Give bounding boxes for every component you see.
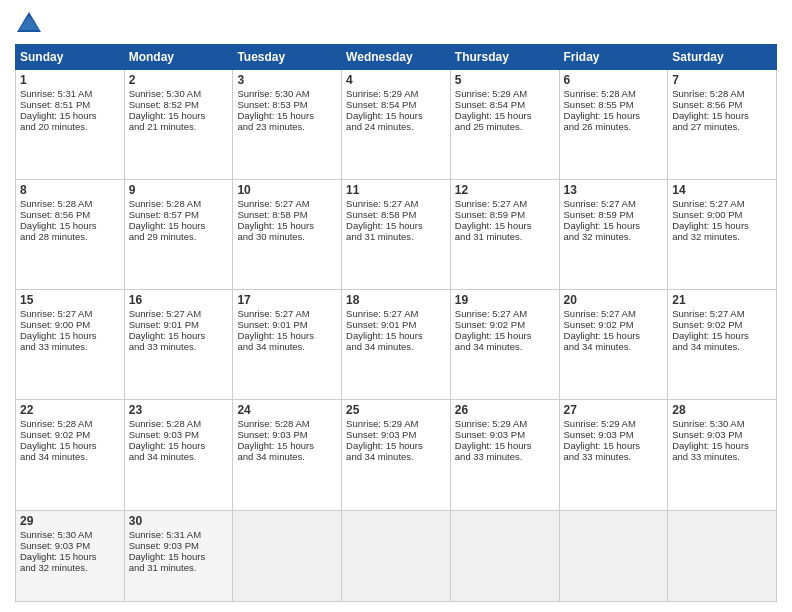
calendar-cell: [233, 510, 342, 601]
day-info-line: Sunset: 8:54 PM: [455, 99, 555, 110]
day-number: 22: [20, 403, 120, 417]
calendar-cell: [559, 510, 668, 601]
day-info-line: Sunrise: 5:27 AM: [20, 308, 120, 319]
day-info-line: Sunset: 9:03 PM: [237, 429, 337, 440]
day-info-line: Sunrise: 5:30 AM: [129, 88, 229, 99]
day-info-line: Sunset: 9:01 PM: [129, 319, 229, 330]
day-info-line: Daylight: 15 hours: [672, 330, 772, 341]
day-info-line: and 34 minutes.: [455, 341, 555, 352]
day-info-line: and 33 minutes.: [455, 451, 555, 462]
day-info-line: Sunset: 8:56 PM: [20, 209, 120, 220]
day-number: 2: [129, 73, 229, 87]
day-number: 1: [20, 73, 120, 87]
day-info-line: Daylight: 15 hours: [564, 330, 664, 341]
day-info-line: Daylight: 15 hours: [346, 220, 446, 231]
calendar-cell: 15Sunrise: 5:27 AMSunset: 9:00 PMDayligh…: [16, 290, 125, 400]
day-info-line: Sunrise: 5:27 AM: [237, 308, 337, 319]
day-info-line: Daylight: 15 hours: [129, 110, 229, 121]
calendar-header-row: SundayMondayTuesdayWednesdayThursdayFrid…: [16, 45, 777, 70]
calendar-cell: 3Sunrise: 5:30 AMSunset: 8:53 PMDaylight…: [233, 70, 342, 180]
calendar-header-friday: Friday: [559, 45, 668, 70]
calendar-cell: 9Sunrise: 5:28 AMSunset: 8:57 PMDaylight…: [124, 180, 233, 290]
calendar-week-row-2: 8Sunrise: 5:28 AMSunset: 8:56 PMDaylight…: [16, 180, 777, 290]
day-info-line: Sunset: 9:01 PM: [237, 319, 337, 330]
day-number: 26: [455, 403, 555, 417]
day-number: 12: [455, 183, 555, 197]
calendar-cell: 8Sunrise: 5:28 AMSunset: 8:56 PMDaylight…: [16, 180, 125, 290]
day-info-line: Daylight: 15 hours: [672, 220, 772, 231]
day-info-line: Daylight: 15 hours: [455, 220, 555, 231]
day-number: 3: [237, 73, 337, 87]
day-info-line: Daylight: 15 hours: [129, 330, 229, 341]
day-info-line: and 32 minutes.: [20, 562, 120, 573]
page: SundayMondayTuesdayWednesdayThursdayFrid…: [0, 0, 792, 612]
day-info-line: Sunrise: 5:28 AM: [672, 88, 772, 99]
day-info-line: Sunrise: 5:27 AM: [129, 308, 229, 319]
day-info-line: Sunset: 9:00 PM: [20, 319, 120, 330]
day-info-line: Sunrise: 5:27 AM: [564, 308, 664, 319]
calendar-cell: 5Sunrise: 5:29 AMSunset: 8:54 PMDaylight…: [450, 70, 559, 180]
day-info-line: Sunrise: 5:29 AM: [455, 88, 555, 99]
day-info-line: Daylight: 15 hours: [237, 330, 337, 341]
day-info-line: Daylight: 15 hours: [237, 440, 337, 451]
day-number: 16: [129, 293, 229, 307]
day-number: 28: [672, 403, 772, 417]
day-number: 25: [346, 403, 446, 417]
day-info-line: Daylight: 15 hours: [129, 220, 229, 231]
day-info-line: and 31 minutes.: [346, 231, 446, 242]
calendar-week-row-1: 1Sunrise: 5:31 AMSunset: 8:51 PMDaylight…: [16, 70, 777, 180]
day-info-line: Daylight: 15 hours: [20, 551, 120, 562]
day-info-line: Sunset: 9:02 PM: [672, 319, 772, 330]
day-info-line: Sunrise: 5:31 AM: [129, 529, 229, 540]
day-info-line: Sunrise: 5:30 AM: [237, 88, 337, 99]
day-info-line: Sunset: 9:03 PM: [672, 429, 772, 440]
day-info-line: Daylight: 15 hours: [237, 110, 337, 121]
day-info-line: Sunset: 8:53 PM: [237, 99, 337, 110]
calendar-cell: 16Sunrise: 5:27 AMSunset: 9:01 PMDayligh…: [124, 290, 233, 400]
calendar-cell: 17Sunrise: 5:27 AMSunset: 9:01 PMDayligh…: [233, 290, 342, 400]
day-info-line: and 30 minutes.: [237, 231, 337, 242]
calendar-cell: [450, 510, 559, 601]
calendar-header-sunday: Sunday: [16, 45, 125, 70]
calendar-cell: 28Sunrise: 5:30 AMSunset: 9:03 PMDayligh…: [668, 400, 777, 510]
day-info-line: Sunset: 9:03 PM: [20, 540, 120, 551]
day-number: 19: [455, 293, 555, 307]
day-info-line: Daylight: 15 hours: [237, 220, 337, 231]
calendar-cell: 29Sunrise: 5:30 AMSunset: 9:03 PMDayligh…: [16, 510, 125, 601]
day-info-line: Sunset: 8:56 PM: [672, 99, 772, 110]
day-info-line: Sunrise: 5:28 AM: [129, 418, 229, 429]
day-info-line: Sunset: 9:02 PM: [20, 429, 120, 440]
day-info-line: and 34 minutes.: [564, 341, 664, 352]
day-number: 29: [20, 514, 120, 528]
day-info-line: and 26 minutes.: [564, 121, 664, 132]
day-info-line: Daylight: 15 hours: [20, 330, 120, 341]
day-info-line: Sunset: 8:54 PM: [346, 99, 446, 110]
calendar-header-thursday: Thursday: [450, 45, 559, 70]
logo: [15, 10, 47, 38]
calendar-cell: 21Sunrise: 5:27 AMSunset: 9:02 PMDayligh…: [668, 290, 777, 400]
day-info-line: Sunrise: 5:28 AM: [564, 88, 664, 99]
day-number: 8: [20, 183, 120, 197]
day-info-line: and 33 minutes.: [20, 341, 120, 352]
day-number: 24: [237, 403, 337, 417]
day-info-line: Daylight: 15 hours: [346, 110, 446, 121]
calendar-cell: 7Sunrise: 5:28 AMSunset: 8:56 PMDaylight…: [668, 70, 777, 180]
day-number: 5: [455, 73, 555, 87]
calendar-cell: 19Sunrise: 5:27 AMSunset: 9:02 PMDayligh…: [450, 290, 559, 400]
calendar-cell: 18Sunrise: 5:27 AMSunset: 9:01 PMDayligh…: [342, 290, 451, 400]
day-info-line: and 20 minutes.: [20, 121, 120, 132]
day-info-line: Daylight: 15 hours: [455, 110, 555, 121]
day-info-line: and 29 minutes.: [129, 231, 229, 242]
logo-icon: [15, 10, 43, 38]
day-info-line: Sunrise: 5:27 AM: [455, 198, 555, 209]
day-info-line: Daylight: 15 hours: [672, 110, 772, 121]
calendar-week-row-3: 15Sunrise: 5:27 AMSunset: 9:00 PMDayligh…: [16, 290, 777, 400]
day-info-line: Sunrise: 5:29 AM: [346, 418, 446, 429]
day-info-line: and 21 minutes.: [129, 121, 229, 132]
day-info-line: and 31 minutes.: [129, 562, 229, 573]
calendar-cell: 1Sunrise: 5:31 AMSunset: 8:51 PMDaylight…: [16, 70, 125, 180]
day-info-line: Daylight: 15 hours: [346, 330, 446, 341]
day-info-line: Sunset: 8:55 PM: [564, 99, 664, 110]
day-info-line: Sunset: 8:52 PM: [129, 99, 229, 110]
day-info-line: Daylight: 15 hours: [20, 220, 120, 231]
